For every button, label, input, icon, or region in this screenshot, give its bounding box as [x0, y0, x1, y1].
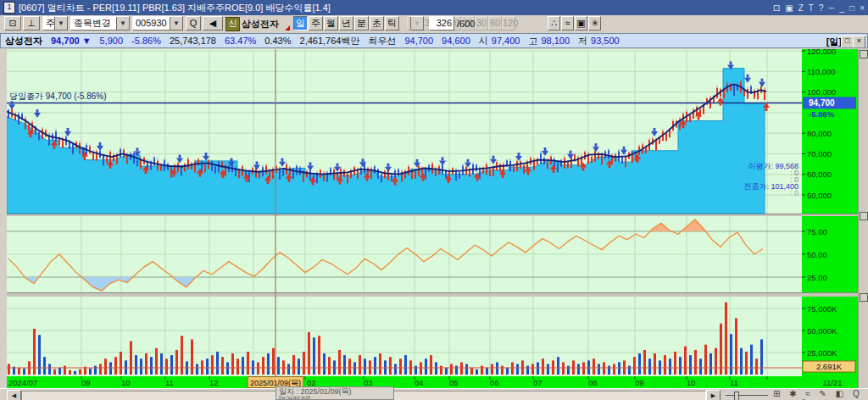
link-window-icon[interactable]: ⊡	[773, 3, 780, 13]
multi-chart-canvas[interactable]: 당일종가 94,700 (-5.86%)이평가: 99,568: 0: 0전증가…	[7, 49, 858, 388]
quote-bar: 삼성전자 94,700 ▼ 5,900 -5.86% 25,743,178 63…	[0, 33, 868, 48]
close-button[interactable]: ×	[860, 3, 865, 13]
panel-resize-strip[interactable]	[858, 49, 868, 388]
svg-text:25.00: 25.00	[807, 273, 827, 282]
chevron-down-icon: ▼	[410, 17, 423, 30]
svg-text:50,000K: 50,000K	[807, 326, 837, 336]
svg-text:50.00: 50.00	[807, 250, 827, 259]
maximize-button[interactable]: □	[849, 3, 854, 13]
minute-combo-disabled: ▼	[410, 16, 424, 31]
text-tool-icon[interactable]: T	[809, 3, 814, 13]
svg-text:75,000K: 75,000K	[807, 304, 837, 314]
period-button-초[interactable]: 초	[370, 16, 384, 31]
period-button-일[interactable]: 일	[293, 16, 308, 31]
child-close-button[interactable]: ×	[853, 36, 865, 48]
minute-button-120: 120	[502, 16, 515, 31]
toolbar-icon-0[interactable]: ∴	[548, 16, 560, 31]
toolbar-stock-name[interactable]: 삼성전자	[242, 18, 279, 31]
svg-text:08: 08	[588, 378, 598, 387]
zoom-slider-handle[interactable]	[734, 392, 739, 400]
svg-text:120,000: 120,000	[807, 49, 836, 56]
sound-icon[interactable]: ◀	[203, 16, 223, 31]
tooltip-volume: [#거래량]	[279, 396, 391, 400]
svg-text:09: 09	[635, 378, 644, 387]
title-bar: 1 [0607] 멀티차트 - PER[19.11] PBR[1.63] 지배주…	[0, 0, 868, 15]
window-icon: 1	[3, 2, 15, 14]
open-label: 시	[479, 35, 488, 47]
svg-text:100,000: 100,000	[807, 87, 836, 97]
capture-icon[interactable]: Z	[798, 3, 804, 13]
date-axis-last-label: 11/21	[822, 378, 842, 387]
minute-button-30: 30	[475, 16, 488, 31]
volume-current-value: 2,691K	[816, 362, 843, 371]
panel-button-icon[interactable]	[860, 212, 868, 220]
svg-text:70,000: 70,000	[807, 149, 832, 158]
status-badge: 신	[225, 17, 240, 31]
down-arrow-icon: ▼	[82, 36, 92, 46]
panel-period-tag: [일]	[826, 36, 842, 48]
period-button-틱[interactable]: 틱	[385, 16, 399, 31]
stock-change-combo[interactable]: 종목변경▼	[70, 16, 130, 31]
svg-text:2024/07: 2024/07	[8, 378, 37, 387]
quote-ask: 94,600	[442, 36, 470, 46]
svg-text:12: 12	[209, 378, 219, 387]
ma-value-label: : 0	[790, 189, 798, 197]
help-icon[interactable]: ?	[819, 3, 824, 13]
window-title: [0607] 멀티차트 - PER[19.11] PBR[1.63] 지배주주R…	[19, 2, 331, 14]
svg-text:11: 11	[730, 378, 738, 387]
chart-window-button[interactable]: ⊡	[4, 16, 21, 31]
current-price-value: 94,700	[809, 98, 835, 108]
svg-text:11: 11	[165, 378, 174, 387]
quote-change-pct: -5.86%	[131, 36, 161, 46]
svg-text:09: 09	[81, 378, 91, 387]
quote-stock-name: 삼성전자	[5, 35, 42, 47]
bar-count-input[interactable]: 326	[429, 16, 454, 31]
toolbar-icon-2[interactable]: ▣	[575, 16, 587, 31]
chevron-down-icon[interactable]: ▼	[170, 17, 182, 30]
title-controls: ⊡ ▣ Z T ? ─ _ □ ×	[773, 3, 865, 13]
period-button-분[interactable]: 분	[354, 16, 369, 31]
minimize-button[interactable]: _	[840, 3, 845, 13]
quote-turnover: 0.43%	[264, 36, 291, 46]
price-panel-title: 당일종가 94,700 (-5.86%)	[9, 92, 107, 101]
panel-button-icon[interactable]	[860, 293, 868, 302]
panel-button-icon[interactable]	[860, 50, 868, 58]
quote-high: 98,100	[541, 36, 570, 46]
quote-volume: 25,743,178	[170, 36, 216, 46]
best-label: 최우선	[368, 35, 396, 47]
scroll-right-icon[interactable]: ▶	[706, 390, 721, 400]
search-icon[interactable]: Q	[186, 16, 201, 31]
toolbar-icon-1[interactable]: ≈	[561, 16, 574, 31]
svg-text:10: 10	[121, 378, 131, 387]
quote-change: 5,900	[100, 36, 124, 46]
quote-low: 93,500	[591, 36, 620, 46]
stock-code-value: 005930	[136, 18, 167, 28]
chevron-down-icon[interactable]: ▼	[54, 17, 67, 30]
bar-total-label: /600	[457, 19, 475, 29]
scroll-left-icon[interactable]: ◀	[7, 390, 21, 400]
svg-text:50,000: 50,000	[807, 191, 832, 200]
period-button-주[interactable]: 주	[309, 16, 323, 31]
svg-text:25,000K: 25,000K	[807, 348, 837, 358]
toolbar: ⊡ ⊥ 주▼ 종목변경▼ 005930▼ Q ◀ 신 삼성전자 일주월년분초틱 …	[0, 15, 868, 34]
quote-vol-ratio: 63.47%	[225, 36, 256, 46]
period-button-월[interactable]: 월	[324, 16, 338, 31]
child-restore-button[interactable]: □	[841, 36, 854, 48]
cascade-icon[interactable]: ▣	[785, 3, 793, 13]
period-button-년[interactable]: 년	[339, 16, 353, 31]
high-label: 고	[528, 35, 537, 47]
save-down-button[interactable]: ⊥	[23, 16, 40, 31]
toolbar-icon-3[interactable]: ✳	[588, 16, 601, 31]
crosshair-tooltip: 일자 : 2025/01/09(목) [#거래량]	[275, 386, 394, 400]
svg-text:07: 07	[533, 378, 542, 387]
minute-button-60: 60	[488, 16, 502, 31]
quote-price: 94,700	[51, 36, 80, 46]
stock-code-combo[interactable]: 005930▼	[132, 16, 183, 31]
svg-text:04: 04	[415, 378, 424, 387]
quote-bid: 94,700	[404, 36, 433, 46]
zoom-slider[interactable]	[726, 395, 768, 396]
chevron-down-icon[interactable]: ▼	[116, 17, 129, 30]
period-combo[interactable]: 주▼	[42, 16, 68, 31]
chart-region: 당일종가 94,700 (-5.86%)이평가: 99,568: 0: 0전증가…	[7, 49, 858, 388]
quote-open: 97,400	[492, 36, 520, 46]
